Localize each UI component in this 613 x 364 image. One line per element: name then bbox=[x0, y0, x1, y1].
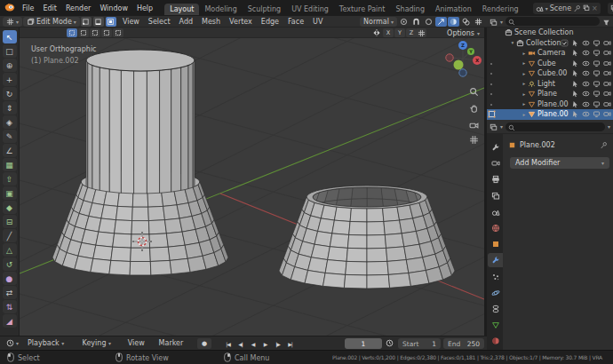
options-dropdown[interactable]: Options▾ bbox=[443, 28, 483, 37]
select-option-1[interactable] bbox=[78, 28, 89, 37]
properties-tab-render[interactable] bbox=[488, 156, 503, 170]
scene-name[interactable]: Scene bbox=[550, 4, 571, 12]
viewport-disable-icon[interactable] bbox=[593, 110, 601, 118]
mode-dropdown[interactable]: Edit Mode▾ bbox=[23, 17, 80, 27]
properties-tab-data[interactable] bbox=[488, 318, 503, 332]
pivot-point-icon[interactable] bbox=[398, 17, 410, 27]
properties-tab-physics[interactable] bbox=[488, 286, 503, 300]
properties-tab-tool[interactable] bbox=[488, 140, 503, 154]
edge-select-button[interactable] bbox=[93, 17, 104, 27]
tool-add-cube[interactable]: ▦ bbox=[3, 158, 17, 171]
render-disable-icon[interactable] bbox=[603, 49, 611, 57]
tool-knife[interactable]: ╱ bbox=[3, 229, 17, 242]
tool-move[interactable]: + bbox=[3, 73, 17, 86]
workspace-tab-layout[interactable]: Layout bbox=[164, 4, 199, 15]
properties-tab-view-layer[interactable] bbox=[488, 189, 503, 203]
jump-end-button[interactable]: ▶| bbox=[284, 338, 296, 349]
properties-editor-icon[interactable] bbox=[490, 118, 498, 135]
frame-start-field[interactable]: Start1 bbox=[398, 338, 441, 349]
workspace-tab-texture-paint[interactable]: Texture Paint bbox=[334, 4, 391, 15]
timeline-menu-keying[interactable]: Keying ▾ bbox=[78, 338, 115, 348]
disclosure-icon[interactable]: ▸ bbox=[521, 112, 528, 117]
tool-transform[interactable]: ◈ bbox=[3, 115, 17, 129]
viewport-menu-edge[interactable]: Edge bbox=[257, 17, 283, 27]
play-reverse-button[interactable]: ◀ bbox=[247, 338, 259, 349]
timeline-menu-marker[interactable]: Marker bbox=[155, 338, 188, 348]
tool-poly-build[interactable]: △ bbox=[3, 243, 17, 257]
hide-eye-icon[interactable] bbox=[582, 110, 590, 118]
outliner-row-camera-2[interactable]: ▸Camera bbox=[487, 48, 613, 59]
tool-bevel[interactable]: ◆ bbox=[3, 201, 17, 214]
add-modifier-button[interactable]: Add Modifier▾ bbox=[510, 157, 609, 169]
viewport-disable-icon[interactable] bbox=[593, 100, 601, 108]
outliner-item-name[interactable]: Plane.00 bbox=[537, 100, 571, 108]
menu-render[interactable]: Render bbox=[61, 4, 95, 13]
tool-rip[interactable]: ◢ bbox=[3, 314, 17, 328]
pin-icon[interactable] bbox=[600, 141, 608, 149]
disclosure-icon[interactable]: ▸ bbox=[521, 101, 528, 107]
camera-view-icon[interactable] bbox=[467, 119, 481, 132]
viewport-disable-icon[interactable] bbox=[593, 69, 601, 77]
timeline-menu-view[interactable]: View bbox=[123, 338, 149, 348]
mirror-axis-y[interactable]: Y bbox=[394, 28, 405, 37]
prev-key-button[interactable]: ◀| bbox=[235, 338, 246, 349]
viewport-menu-add[interactable]: Add bbox=[175, 17, 198, 27]
proportional-edit-icon[interactable] bbox=[423, 17, 434, 27]
select-option-3[interactable] bbox=[101, 28, 112, 37]
disclosure-icon[interactable]: ▸ bbox=[521, 81, 528, 86]
viewport-disable-icon[interactable] bbox=[593, 59, 601, 67]
workspace-tab-sculpting[interactable]: Sculpting bbox=[243, 4, 286, 15]
outliner-item-name[interactable]: Collection bbox=[526, 39, 561, 47]
snap-projection-icon[interactable] bbox=[435, 17, 447, 27]
tool-scale[interactable]: ⇕ bbox=[3, 101, 17, 115]
outliner-row-plane-6[interactable]: ▸Plane bbox=[487, 89, 613, 99]
outliner-item-name[interactable]: Plane.00 bbox=[537, 110, 571, 118]
workspace-tab-animation[interactable]: Animation bbox=[430, 4, 477, 15]
vertex-select-button[interactable] bbox=[81, 17, 92, 27]
orthographic-toggle-icon[interactable] bbox=[467, 133, 481, 146]
live-unwrap-icon[interactable] bbox=[416, 28, 426, 37]
properties-search-input[interactable] bbox=[506, 123, 605, 131]
jump-start-button[interactable]: |◀ bbox=[222, 338, 234, 349]
select-option-0[interactable] bbox=[67, 28, 77, 37]
outliner-row-light-5[interactable]: ▸Light bbox=[487, 79, 613, 90]
workspace-tab-uv-editing[interactable]: UV Editing bbox=[286, 4, 334, 15]
tool-tweak[interactable]: ↖ bbox=[3, 30, 17, 44]
hide-eye-icon[interactable] bbox=[582, 100, 590, 108]
tool-select-box[interactable]: □ bbox=[3, 44, 17, 58]
properties-tab-object[interactable] bbox=[488, 237, 503, 251]
properties-tab-constraints[interactable] bbox=[488, 302, 503, 316]
outliner-row-plane-00-8[interactable]: ▸Plane.00 bbox=[487, 109, 613, 120]
timeline-menu-playback[interactable]: Playback ▾ bbox=[23, 338, 68, 348]
selectable-icon[interactable] bbox=[571, 69, 579, 77]
outliner-item-name[interactable]: Camera bbox=[537, 49, 571, 57]
tool-cursor[interactable]: ⊕ bbox=[3, 59, 17, 72]
viewport-disable-icon[interactable] bbox=[593, 80, 601, 88]
editor-type-button[interactable]: ▾ bbox=[3, 17, 22, 27]
tool-shrink-fatten[interactable]: ⇅ bbox=[3, 300, 17, 313]
unlink-scene-icon[interactable]: × bbox=[592, 4, 598, 12]
mirror-axis-x[interactable]: X bbox=[383, 28, 394, 37]
move-view-hand-icon[interactable] bbox=[467, 102, 481, 115]
viewport-shading-icon[interactable] bbox=[448, 17, 459, 27]
collection-checkbox[interactable] bbox=[561, 39, 569, 47]
tool-inset[interactable]: ▣ bbox=[3, 186, 17, 200]
viewport-disable-icon[interactable] bbox=[593, 90, 601, 98]
face-select-button[interactable] bbox=[106, 17, 116, 27]
menu-file[interactable]: File bbox=[18, 4, 38, 13]
hide-eye-icon[interactable] bbox=[582, 39, 590, 47]
current-frame-field[interactable]: 1 bbox=[345, 338, 382, 349]
tool-rotate[interactable]: ↻ bbox=[3, 87, 17, 100]
viewport-menu-select[interactable]: Select bbox=[144, 17, 175, 27]
disclosure-icon[interactable]: ▸ bbox=[521, 51, 528, 56]
play-button[interactable]: ▶ bbox=[259, 338, 271, 349]
render-disable-icon[interactable] bbox=[603, 90, 611, 98]
outliner-row-cube-3[interactable]: ▸Cube bbox=[487, 59, 613, 69]
render-disable-icon[interactable] bbox=[603, 59, 611, 67]
properties-options-icon[interactable]: ▾ bbox=[608, 123, 610, 130]
frame-end-field[interactable]: End250 bbox=[443, 338, 484, 349]
hide-eye-icon[interactable] bbox=[582, 59, 590, 67]
selectable-icon[interactable] bbox=[571, 49, 579, 57]
selectable-icon[interactable] bbox=[571, 90, 579, 98]
disclosure-icon[interactable]: ▸ bbox=[521, 60, 528, 66]
